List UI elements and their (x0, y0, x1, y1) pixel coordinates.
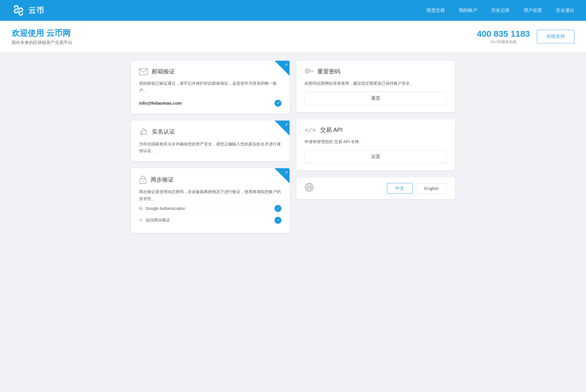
twostep-card-body: 两步验证是使用动态密码，在设备隔离的情况下进行验证，使用将增加您账户的安全性。 (139, 188, 281, 202)
nav-settings[interactable]: 用户设置 (524, 8, 542, 14)
trading-api-card: </> 交易 API 申请和管理您的 交易 API 令牌。 设置 (296, 119, 455, 171)
email-card-body: 您的邮箱已验证通过，请牢记并保护好此邮箱地址，这是您作为登录的唯一账户。 (139, 80, 281, 94)
trading-api-title-row: </> 交易 API (305, 126, 447, 134)
welcome-right: 400 835 1183 24小时服务热线 在线支持 (477, 29, 574, 45)
main-content: ✓ 邮箱验证 您的邮箱已验证通过，请牢记并保护好此邮箱地址，这是您作为登录的唯一… (119, 53, 467, 241)
phone-number: 400 835 1183 (477, 29, 530, 39)
welcome-banner: 欢迎使用 云币网 面向未来的区块链资产交易平台 400 835 1183 24小… (0, 21, 586, 53)
reset-password-body: 此密码仅限网站登录使用，建议您定期更改已保持账户安全。 (305, 80, 447, 87)
lang-chinese-button[interactable]: 中文 (387, 183, 412, 194)
trading-api-title: 交易 API (320, 126, 343, 134)
twostep-card: ✓ 两步验证 两步验证是使用动态密码，在设备隔离的情况下进行验证，使用将增加您账… (131, 168, 290, 233)
twostep-card-title: 两步验证 (151, 176, 174, 184)
phone-area: 400 835 1183 24小时服务热线 (477, 29, 530, 45)
online-support-button[interactable]: 在线支持 (537, 30, 574, 43)
sms-auth-label: 短信两步验证 (146, 218, 170, 223)
realname-card-body: 为符合国家相关法令并确保您的资产安全，请您正确输入您的真实姓名并进行身份认证。 (139, 141, 281, 155)
email-card-title: 邮箱验证 (152, 68, 175, 75)
reset-password-title: 重置密码 (317, 68, 340, 75)
sms-auth-row: ✈ 短信两步验证 ✓ (139, 214, 281, 226)
nav-my-account[interactable]: 我的账户 (459, 8, 477, 14)
svg-point-4 (306, 70, 309, 72)
reset-password-card: 重置密码 此密码仅限网站登录使用，建议您定期更改已保持账户安全。 重置 (296, 61, 455, 112)
logo-area: 云币 (12, 3, 45, 17)
realname-verified-check: ✓ (285, 122, 288, 127)
reset-password-button[interactable]: 重置 (305, 92, 447, 105)
language-card: 中文 English (296, 177, 455, 199)
email-card-title-row: 邮箱验证 (139, 68, 281, 75)
twostep-card-title-row: 两步验证 (139, 175, 281, 184)
svg-point-3 (305, 69, 310, 73)
nav-links: 现货交易 我的账户 历史记录 用户设置 安全退出 (426, 8, 574, 14)
key-icon (305, 68, 313, 75)
left-column: ✓ 邮箱验证 您的邮箱已验证通过，请牢记并保护好此邮箱地址，这是您作为登录的唯一… (131, 61, 290, 233)
google-auth-row: G Google Authentication ✓ (139, 202, 281, 214)
thumbsup-icon (139, 127, 148, 136)
header: 云币 现货交易 我的账户 历史记录 用户设置 安全退出 (0, 0, 586, 21)
code-icon: </> (305, 126, 316, 134)
welcome-left: 欢迎使用 云币网 面向未来的区块链资产交易平台 (12, 28, 72, 45)
email-icon (139, 68, 148, 75)
google-auth-label: Google Authentication (145, 206, 185, 211)
language-buttons: 中文 English (387, 183, 447, 194)
lang-english-button[interactable]: English (416, 183, 447, 194)
welcome-title: 欢迎使用 云币网 (12, 28, 72, 39)
lock-icon (139, 175, 147, 184)
google-auth-check: ✓ (274, 205, 281, 212)
logo-icon (12, 3, 25, 17)
google-icon: G (139, 206, 143, 211)
globe-icon (305, 183, 314, 194)
twostep-verified-check: ✓ (285, 170, 288, 175)
nav-history[interactable]: 历史记录 (491, 8, 510, 14)
telegram-icon: ✈ (139, 217, 143, 223)
email-address: info@feilaomao.com ✓ (139, 100, 281, 107)
welcome-subtitle: 面向未来的区块链资产交易平台 (12, 40, 72, 45)
logo-text: 云币 (28, 5, 45, 16)
phone-label: 24小时服务热线 (477, 39, 530, 45)
trading-api-button[interactable]: 设置 (305, 150, 447, 164)
nav-logout[interactable]: 安全退出 (556, 8, 574, 14)
sms-auth-check: ✓ (274, 217, 281, 224)
email-card: ✓ 邮箱验证 您的邮箱已验证通过，请牢记并保护好此邮箱地址，这是您作为登录的唯一… (131, 61, 290, 114)
email-check-icon: ✓ (274, 100, 281, 107)
svg-point-2 (142, 181, 143, 182)
email-verified-check: ✓ (285, 62, 288, 67)
realname-card-title-row: 实名认证 (139, 127, 281, 136)
realname-card: ✓ 实名认证 为符合国家相关法令并确保您的资产安全，请您正确输入您的真实姓名并进… (131, 121, 290, 162)
nav-spot-trading[interactable]: 现货交易 (426, 8, 445, 14)
reset-password-title-row: 重置密码 (305, 68, 447, 75)
realname-card-title: 实名认证 (152, 128, 175, 136)
right-column: 重置密码 此密码仅限网站登录使用，建议您定期更改已保持账户安全。 重置 </> … (296, 61, 455, 233)
trading-api-body: 申请和管理您的 交易 API 令牌。 (305, 138, 447, 145)
